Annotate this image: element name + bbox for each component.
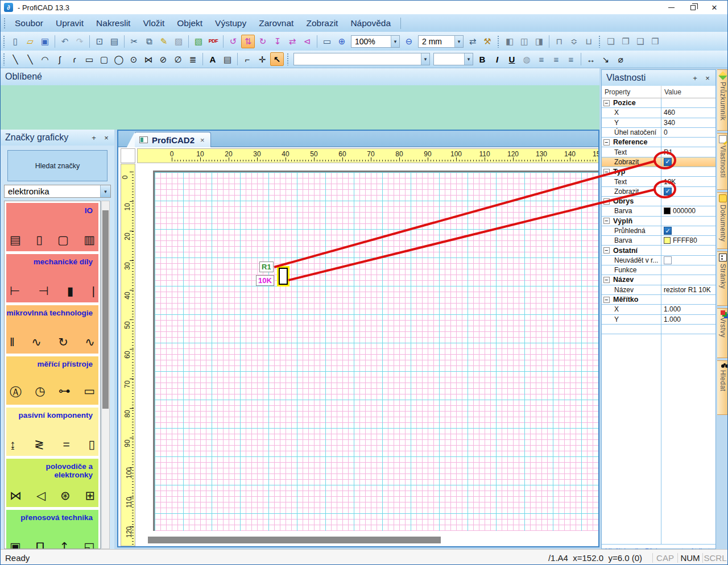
property-group-pozice[interactable]: −Pozice	[602, 98, 715, 108]
toolbar-grip[interactable]	[287, 53, 289, 65]
symbol-thumbnail[interactable]: ↥	[59, 540, 69, 549]
toolbar-grip[interactable]	[598, 35, 601, 48]
menu-item-upravit[interactable]: Upravit	[49, 14, 90, 32]
symbol-thumbnail[interactable]: ⋈	[10, 489, 22, 502]
draw-bezier-button[interactable]: ɾ	[68, 52, 81, 66]
text-align-left-button[interactable]: ≡	[535, 52, 548, 66]
property-row-nazev[interactable]: Názevrezistor R1 10K	[602, 285, 715, 295]
export-pdf-button[interactable]: PDF	[206, 35, 220, 48]
dropdown-arrow-icon[interactable]: ▾	[391, 36, 399, 47]
send-to-back-button[interactable]: ❒	[648, 35, 662, 48]
menu-item-nakreslit[interactable]: Nakreslit	[90, 14, 136, 32]
draw-slashed-shape-button[interactable]: ∅	[171, 52, 185, 66]
align-right-button[interactable]: ◨	[532, 35, 546, 48]
menu-item-napoveda[interactable]: Nápověda	[344, 14, 397, 32]
flip-down-button[interactable]: ↧	[271, 35, 284, 48]
open-file-button[interactable]: ▱	[23, 35, 37, 48]
draw-rectangle-button[interactable]: ▭	[82, 52, 96, 66]
side-tab-vlastnosti[interactable]: Vlastnosti	[717, 133, 728, 190]
checkbox-checked-icon[interactable]: ✓	[664, 227, 672, 235]
menu-item-objekt[interactable]: Objekt	[171, 14, 209, 32]
horizontal-scrollbar-thumb[interactable]	[148, 537, 441, 543]
align-left-button[interactable]: ◧	[503, 35, 516, 48]
dropdown-arrow-icon[interactable]: ▾	[100, 185, 110, 197]
symbol-thumbnail[interactable]: ⊛	[60, 489, 71, 502]
collapse-icon[interactable]: −	[603, 297, 610, 303]
text-align-center-button[interactable]: ≡	[549, 52, 563, 66]
side-tab-stranky[interactable]: Stránky	[717, 251, 728, 306]
swap-ends-button[interactable]: ⇄	[466, 35, 479, 48]
symbol-category-merici-pristroje[interactable]: měřící přístrojeⒶ◷⊶▭	[6, 356, 98, 405]
draw-circle-button[interactable]: ⊙	[127, 52, 140, 66]
dimension-diameter-button[interactable]: ⌀	[614, 52, 627, 66]
symbol-thumbnail[interactable]: ∿	[31, 335, 42, 349]
symbol-thumbnail[interactable]: ▤	[10, 233, 21, 247]
document-tab[interactable]: ProfiCAD2 ×	[134, 132, 211, 147]
symbol-thumbnail[interactable]: ↻	[58, 335, 68, 349]
symbol-thumbnail[interactable]: ◁	[36, 489, 46, 502]
side-tab-dokumenty[interactable]: Dokumenty	[717, 192, 728, 249]
pin-icon[interactable]: +	[89, 134, 98, 142]
symbol-category-pasivni-komponenty[interactable]: pasívní komponenty↨≷=▯	[6, 408, 98, 456]
property-row-text[interactable]: TextR1	[602, 147, 715, 157]
zoom-out-button[interactable]: ⊖	[402, 35, 416, 48]
export-image-button[interactable]: ▧	[192, 35, 205, 48]
rotate-right-button[interactable]: ↻	[256, 35, 270, 48]
mirror-horizontal-button[interactable]: ⇄	[286, 35, 299, 48]
symbol-category-mechanicke-dily[interactable]: mechanické díly⊢⊣▮|	[6, 254, 98, 302]
collapse-icon[interactable]: −	[603, 218, 610, 224]
paste-button[interactable]: ▨	[172, 35, 185, 48]
symbol-thumbnail[interactable]: ‖	[10, 335, 15, 349]
property-row-blank[interactable]	[602, 325, 715, 334]
italic-button[interactable]: I	[490, 52, 504, 66]
dropdown-arrow-icon[interactable]: ▾	[454, 36, 463, 47]
bring-forward-button[interactable]: ❐	[619, 35, 632, 48]
property-group-vypln[interactable]: −Výplň	[602, 217, 715, 226]
collapse-icon[interactable]: −	[603, 139, 610, 146]
minimize-button[interactable]	[660, 1, 682, 14]
favorites-area[interactable]	[1, 85, 599, 130]
property-row-uhel-natoceni[interactable]: Úhel natočení0	[602, 128, 715, 138]
dropdown-arrow-icon[interactable]: ▾	[464, 53, 473, 65]
symbol-thumbnail[interactable]: ⊢	[10, 284, 20, 298]
rotate-left-button[interactable]: ↺	[226, 35, 240, 48]
print-button[interactable]: ▤	[107, 35, 121, 48]
collapse-icon[interactable]: −	[603, 247, 610, 254]
property-group-meritko[interactable]: −Měřítko	[602, 295, 715, 305]
symbol-thumbnail[interactable]: |	[92, 284, 95, 298]
property-row-zobrazit[interactable]: Zobrazit✓	[602, 157, 715, 167]
symbol-category-mikrovlnna-technologie[interactable]: mikrovlnná technologie‖∿↻∿	[6, 305, 98, 354]
draw-polyline-button[interactable]: ╲	[23, 52, 37, 66]
draw-arc-button[interactable]: ◠	[38, 52, 52, 66]
menu-item-zarovnat[interactable]: Zarovnat	[253, 14, 300, 32]
close-button[interactable]: ✕	[704, 1, 725, 14]
zoom-level-combobox[interactable]: 100%▾	[351, 35, 400, 48]
bring-to-front-button[interactable]: ❏	[604, 35, 618, 48]
scrollbar-thumb[interactable]	[102, 210, 109, 409]
draw-ellipse-button[interactable]: ◯	[112, 52, 126, 66]
draw-curve-button[interactable]: ʃ	[53, 52, 67, 66]
search-symbols-button[interactable]: Hledat značky	[7, 150, 107, 181]
align-bottom-button[interactable]: ⊔	[582, 35, 595, 48]
align-center-button[interactable]: ◫	[518, 35, 531, 48]
component-type-label[interactable]: 10K	[256, 275, 274, 286]
special-char-button[interactable]: ◍	[520, 52, 533, 66]
toolbar-grip[interactable]	[3, 53, 6, 65]
align-top-button[interactable]: ⊓	[552, 35, 566, 48]
insert-node-button[interactable]: ✛	[255, 52, 269, 66]
pin-icon[interactable]: +	[690, 74, 700, 82]
symbol-thumbnail[interactable]: ∿	[85, 335, 95, 349]
property-row-text[interactable]: Text10K	[602, 177, 715, 186]
property-row-barva[interactable]: BarvaFFFF80	[602, 236, 715, 246]
grid-size-combobox[interactable]: 2 mm▾	[418, 35, 464, 48]
property-row-x[interactable]: X460	[602, 108, 715, 118]
symbol-thumbnail[interactable]: ◱	[84, 540, 95, 549]
property-group-ostatni[interactable]: −Ostatní	[602, 246, 715, 255]
collapse-icon[interactable]: −	[603, 198, 610, 205]
menu-item-vlozit[interactable]: Vložit	[136, 14, 171, 32]
redo-button[interactable]: ↷	[73, 35, 86, 48]
toolbar-grip[interactable]	[3, 35, 6, 48]
settings-tools-button[interactable]: ⚒	[481, 35, 494, 48]
symbol-category-io[interactable]: IO▤▯▢▥	[6, 203, 98, 251]
draw-hourglass-button[interactable]: ⋈	[142, 52, 155, 66]
